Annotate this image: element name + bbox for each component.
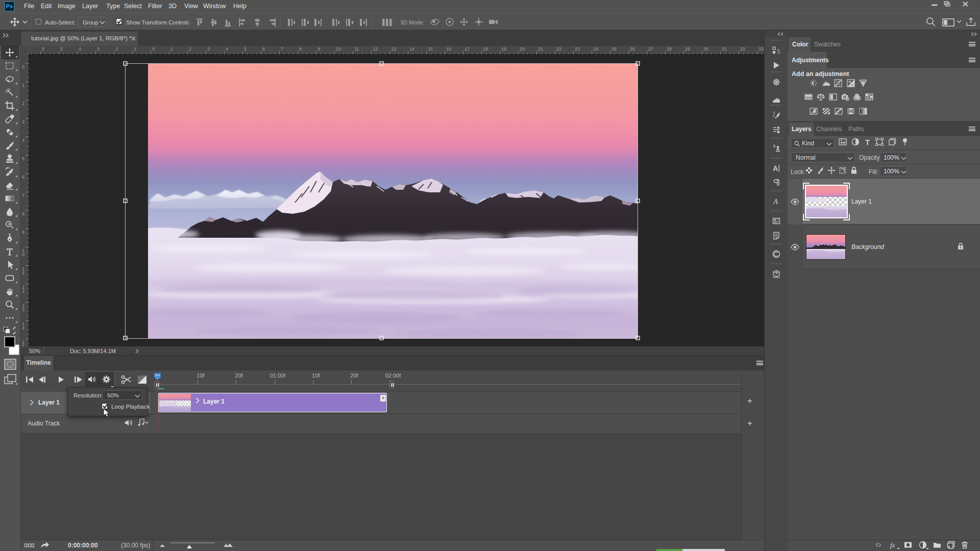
svg-text:A: A <box>773 197 778 206</box>
svg-text:5: 5 <box>777 47 780 55</box>
svg-text:fx: fx <box>890 541 895 549</box>
svg-text:A: A <box>773 164 778 172</box>
svg-text:T: T <box>865 138 870 146</box>
